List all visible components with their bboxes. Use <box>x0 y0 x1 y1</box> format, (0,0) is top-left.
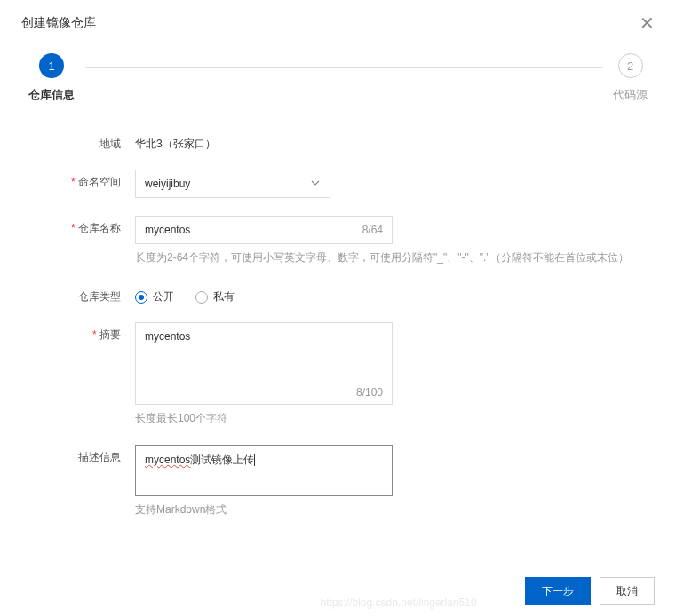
region-label: 地域 <box>21 131 135 152</box>
repo-name-counter: 8/64 <box>362 224 383 236</box>
step-1-label: 仓库信息 <box>28 87 75 103</box>
repo-type-label: 仓库类型 <box>21 284 135 304</box>
next-button[interactable]: 下一步 <box>525 577 591 605</box>
description-value-prefix: mycentos <box>145 454 190 466</box>
chevron-down-icon <box>310 178 321 191</box>
watermark: https://blog.csdn.net/lingerlan510 <box>321 596 477 609</box>
repo-name-input-wrapper: 8/64 <box>135 216 393 244</box>
repo-name-input[interactable] <box>145 224 362 236</box>
text-caret <box>254 454 255 466</box>
repo-type-public-radio[interactable]: 公开 <box>135 289 174 304</box>
step-2-circle: 2 <box>618 53 643 78</box>
close-icon[interactable]: ✕ <box>640 14 655 32</box>
summary-textarea[interactable] <box>136 323 392 383</box>
repo-name-hint: 长度为2-64个字符，可使用小写英文字母、数字，可使用分隔符"_"、"-"、".… <box>135 249 632 266</box>
description-label: 描述信息 <box>21 445 135 465</box>
description-hint: 支持Markdown格式 <box>135 501 632 518</box>
summary-label: 摘要 <box>21 322 135 343</box>
cancel-button[interactable]: 取消 <box>600 577 655 605</box>
repo-type-public-label: 公开 <box>153 289 174 304</box>
summary-textarea-wrapper: 8/100 <box>135 322 393 405</box>
step-2: 2 代码源 <box>613 53 648 103</box>
namespace-value: weiyijibuy <box>145 178 190 190</box>
step-indicator: 1 仓库信息 2 代码源 <box>21 53 655 103</box>
step-1: 1 仓库信息 <box>28 53 75 103</box>
namespace-select[interactable]: weiyijibuy <box>135 170 330 198</box>
description-input-wrapper: mycentos测试镜像上传 <box>135 445 393 496</box>
description-value-suffix: 测试镜像上传 <box>190 454 254 466</box>
radio-unchecked-icon <box>195 291 208 304</box>
summary-counter: 8/100 <box>136 386 392 404</box>
step-2-label: 代码源 <box>613 87 648 103</box>
modal-title: 创建镜像仓库 <box>21 15 96 31</box>
description-input[interactable]: mycentos测试镜像上传 <box>136 446 392 495</box>
repo-name-label: 仓库名称 <box>21 216 135 236</box>
step-1-circle: 1 <box>39 53 64 78</box>
repo-type-private-label: 私有 <box>213 289 235 304</box>
region-value: 华北3（张家口） <box>135 131 632 152</box>
summary-hint: 长度最长100个字符 <box>135 410 632 427</box>
step-divider <box>85 67 602 68</box>
radio-checked-icon <box>135 291 147 304</box>
namespace-label: 命名空间 <box>21 170 135 190</box>
repo-type-private-radio[interactable]: 私有 <box>195 289 235 304</box>
